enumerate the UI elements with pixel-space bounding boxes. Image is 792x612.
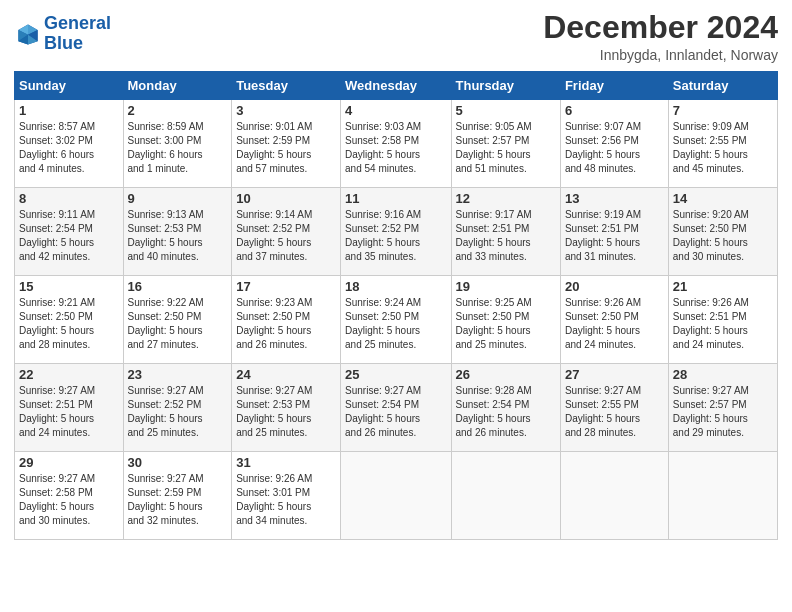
day-number: 23 — [128, 367, 228, 382]
day-info: Sunrise: 9:03 AM Sunset: 2:58 PM Dayligh… — [345, 120, 446, 176]
table-row: 21Sunrise: 9:26 AM Sunset: 2:51 PM Dayli… — [668, 276, 777, 364]
day-number: 18 — [345, 279, 446, 294]
table-row: 10Sunrise: 9:14 AM Sunset: 2:52 PM Dayli… — [232, 188, 341, 276]
day-number: 24 — [236, 367, 336, 382]
day-info: Sunrise: 9:24 AM Sunset: 2:50 PM Dayligh… — [345, 296, 446, 352]
table-row: 8Sunrise: 9:11 AM Sunset: 2:54 PM Daylig… — [15, 188, 124, 276]
col-monday: Monday — [123, 72, 232, 100]
day-info: Sunrise: 9:25 AM Sunset: 2:50 PM Dayligh… — [456, 296, 556, 352]
day-info: Sunrise: 8:59 AM Sunset: 3:00 PM Dayligh… — [128, 120, 228, 176]
table-row: 16Sunrise: 9:22 AM Sunset: 2:50 PM Dayli… — [123, 276, 232, 364]
day-info: Sunrise: 9:27 AM Sunset: 2:59 PM Dayligh… — [128, 472, 228, 528]
table-row: 12Sunrise: 9:17 AM Sunset: 2:51 PM Dayli… — [451, 188, 560, 276]
logo: General Blue — [14, 14, 111, 54]
logo-text: General — [44, 14, 111, 34]
month-title: December 2024 — [543, 10, 778, 45]
day-info: Sunrise: 9:27 AM Sunset: 2:53 PM Dayligh… — [236, 384, 336, 440]
day-info: Sunrise: 9:27 AM Sunset: 2:58 PM Dayligh… — [19, 472, 119, 528]
table-row: 31Sunrise: 9:26 AM Sunset: 3:01 PM Dayli… — [232, 452, 341, 540]
day-number: 29 — [19, 455, 119, 470]
logo-text2: Blue — [44, 34, 111, 54]
day-number: 27 — [565, 367, 664, 382]
day-number: 31 — [236, 455, 336, 470]
day-info: Sunrise: 9:14 AM Sunset: 2:52 PM Dayligh… — [236, 208, 336, 264]
day-number: 3 — [236, 103, 336, 118]
day-number: 16 — [128, 279, 228, 294]
title-area: December 2024 Innbygda, Innlandet, Norwa… — [543, 10, 778, 63]
day-info: Sunrise: 9:19 AM Sunset: 2:51 PM Dayligh… — [565, 208, 664, 264]
day-info: Sunrise: 9:27 AM Sunset: 2:55 PM Dayligh… — [565, 384, 664, 440]
day-number: 4 — [345, 103, 446, 118]
table-row: 13Sunrise: 9:19 AM Sunset: 2:51 PM Dayli… — [560, 188, 668, 276]
col-wednesday: Wednesday — [341, 72, 451, 100]
day-number: 5 — [456, 103, 556, 118]
col-saturday: Saturday — [668, 72, 777, 100]
day-number: 21 — [673, 279, 773, 294]
table-row: 28Sunrise: 9:27 AM Sunset: 2:57 PM Dayli… — [668, 364, 777, 452]
table-row: 25Sunrise: 9:27 AM Sunset: 2:54 PM Dayli… — [341, 364, 451, 452]
day-info: Sunrise: 9:27 AM Sunset: 2:54 PM Dayligh… — [345, 384, 446, 440]
day-number: 17 — [236, 279, 336, 294]
day-info: Sunrise: 9:13 AM Sunset: 2:53 PM Dayligh… — [128, 208, 228, 264]
table-row: 2Sunrise: 8:59 AM Sunset: 3:00 PM Daylig… — [123, 100, 232, 188]
day-info: Sunrise: 9:01 AM Sunset: 2:59 PM Dayligh… — [236, 120, 336, 176]
col-friday: Friday — [560, 72, 668, 100]
table-row: 3Sunrise: 9:01 AM Sunset: 2:59 PM Daylig… — [232, 100, 341, 188]
header: General Blue December 2024 Innbygda, Inn… — [14, 10, 778, 63]
day-info: Sunrise: 9:05 AM Sunset: 2:57 PM Dayligh… — [456, 120, 556, 176]
table-row: 7Sunrise: 9:09 AM Sunset: 2:55 PM Daylig… — [668, 100, 777, 188]
day-number: 11 — [345, 191, 446, 206]
day-number: 19 — [456, 279, 556, 294]
day-info: Sunrise: 9:27 AM Sunset: 2:51 PM Dayligh… — [19, 384, 119, 440]
table-row — [560, 452, 668, 540]
table-row: 17Sunrise: 9:23 AM Sunset: 2:50 PM Dayli… — [232, 276, 341, 364]
day-info: Sunrise: 9:17 AM Sunset: 2:51 PM Dayligh… — [456, 208, 556, 264]
table-row: 18Sunrise: 9:24 AM Sunset: 2:50 PM Dayli… — [341, 276, 451, 364]
day-number: 6 — [565, 103, 664, 118]
table-row: 15Sunrise: 9:21 AM Sunset: 2:50 PM Dayli… — [15, 276, 124, 364]
table-row — [451, 452, 560, 540]
table-row — [668, 452, 777, 540]
table-row: 26Sunrise: 9:28 AM Sunset: 2:54 PM Dayli… — [451, 364, 560, 452]
day-info: Sunrise: 9:22 AM Sunset: 2:50 PM Dayligh… — [128, 296, 228, 352]
day-info: Sunrise: 8:57 AM Sunset: 3:02 PM Dayligh… — [19, 120, 119, 176]
calendar-week-row: 15Sunrise: 9:21 AM Sunset: 2:50 PM Dayli… — [15, 276, 778, 364]
day-info: Sunrise: 9:07 AM Sunset: 2:56 PM Dayligh… — [565, 120, 664, 176]
calendar-week-row: 29Sunrise: 9:27 AM Sunset: 2:58 PM Dayli… — [15, 452, 778, 540]
table-row: 4Sunrise: 9:03 AM Sunset: 2:58 PM Daylig… — [341, 100, 451, 188]
day-number: 7 — [673, 103, 773, 118]
calendar-week-row: 1Sunrise: 8:57 AM Sunset: 3:02 PM Daylig… — [15, 100, 778, 188]
day-info: Sunrise: 9:21 AM Sunset: 2:50 PM Dayligh… — [19, 296, 119, 352]
table-row: 19Sunrise: 9:25 AM Sunset: 2:50 PM Dayli… — [451, 276, 560, 364]
table-row: 27Sunrise: 9:27 AM Sunset: 2:55 PM Dayli… — [560, 364, 668, 452]
day-number: 15 — [19, 279, 119, 294]
day-info: Sunrise: 9:09 AM Sunset: 2:55 PM Dayligh… — [673, 120, 773, 176]
day-number: 25 — [345, 367, 446, 382]
table-row: 1Sunrise: 8:57 AM Sunset: 3:02 PM Daylig… — [15, 100, 124, 188]
table-row: 29Sunrise: 9:27 AM Sunset: 2:58 PM Dayli… — [15, 452, 124, 540]
calendar-header-row: Sunday Monday Tuesday Wednesday Thursday… — [15, 72, 778, 100]
day-number: 22 — [19, 367, 119, 382]
col-tuesday: Tuesday — [232, 72, 341, 100]
table-row: 30Sunrise: 9:27 AM Sunset: 2:59 PM Dayli… — [123, 452, 232, 540]
day-info: Sunrise: 9:23 AM Sunset: 2:50 PM Dayligh… — [236, 296, 336, 352]
location: Innbygda, Innlandet, Norway — [543, 47, 778, 63]
calendar-week-row: 22Sunrise: 9:27 AM Sunset: 2:51 PM Dayli… — [15, 364, 778, 452]
calendar-week-row: 8Sunrise: 9:11 AM Sunset: 2:54 PM Daylig… — [15, 188, 778, 276]
day-number: 14 — [673, 191, 773, 206]
table-row: 23Sunrise: 9:27 AM Sunset: 2:52 PM Dayli… — [123, 364, 232, 452]
day-number: 1 — [19, 103, 119, 118]
table-row: 5Sunrise: 9:05 AM Sunset: 2:57 PM Daylig… — [451, 100, 560, 188]
table-row: 14Sunrise: 9:20 AM Sunset: 2:50 PM Dayli… — [668, 188, 777, 276]
table-row: 9Sunrise: 9:13 AM Sunset: 2:53 PM Daylig… — [123, 188, 232, 276]
table-row: 22Sunrise: 9:27 AM Sunset: 2:51 PM Dayli… — [15, 364, 124, 452]
day-info: Sunrise: 9:27 AM Sunset: 2:52 PM Dayligh… — [128, 384, 228, 440]
calendar-container: General Blue December 2024 Innbygda, Inn… — [0, 0, 792, 550]
day-number: 13 — [565, 191, 664, 206]
day-info: Sunrise: 9:20 AM Sunset: 2:50 PM Dayligh… — [673, 208, 773, 264]
day-info: Sunrise: 9:28 AM Sunset: 2:54 PM Dayligh… — [456, 384, 556, 440]
day-number: 9 — [128, 191, 228, 206]
col-sunday: Sunday — [15, 72, 124, 100]
day-info: Sunrise: 9:26 AM Sunset: 2:51 PM Dayligh… — [673, 296, 773, 352]
day-info: Sunrise: 9:11 AM Sunset: 2:54 PM Dayligh… — [19, 208, 119, 264]
